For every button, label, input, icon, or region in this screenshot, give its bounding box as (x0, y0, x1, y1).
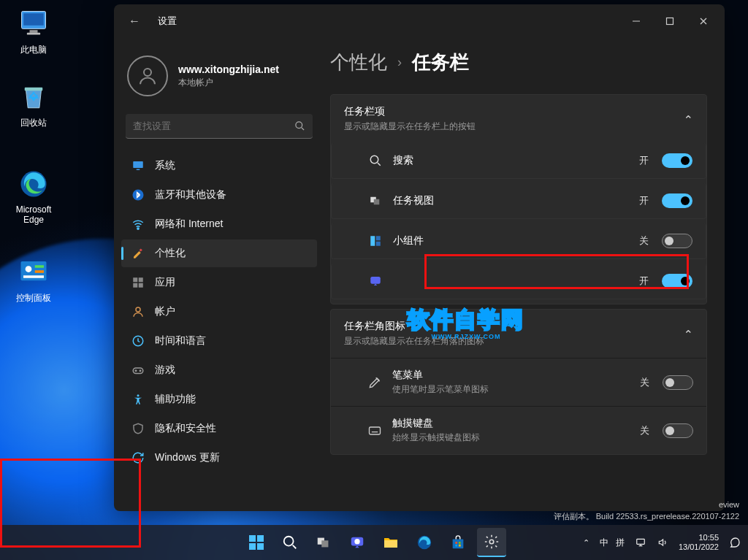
svg-rect-38 (257, 535, 264, 542)
svg-rect-37 (249, 535, 256, 542)
setting-row-taskview: 任务视图开 (331, 183, 706, 219)
sidebar-item-label: 游戏 (155, 364, 175, 377)
taskview-icon (368, 193, 383, 208)
svg-rect-20 (133, 277, 137, 282)
toggle-chat[interactable] (662, 274, 692, 288)
sidebar-item-apps[interactable]: 应用 (121, 269, 317, 296)
network-tray-icon[interactable] (635, 537, 646, 548)
toggle-pen[interactable] (663, 375, 693, 390)
toggle-state: 开 (639, 154, 649, 167)
breadcrumb-current: 任务栏 (412, 50, 469, 75)
desktop-icon-recycle-bin[interactable]: 回收站 (6, 80, 61, 129)
edge-icon (18, 168, 50, 200)
nav: 系统蓝牙和其他设备网络和 Internet个性化应用帐户时间和语言游戏辅助功能隐… (121, 152, 317, 472)
user-block[interactable]: www.xitongzhijia.net 本地帐户 (121, 50, 317, 114)
maximize-button[interactable] (653, 7, 687, 36)
accessibility-icon (131, 393, 145, 406)
personalize-icon (131, 247, 145, 260)
search-icon (294, 120, 305, 131)
ime-lang[interactable]: 中 (600, 537, 608, 549)
sidebar-item-label: 帐户 (155, 305, 175, 318)
search-box[interactable] (126, 114, 313, 139)
search-input[interactable] (133, 120, 294, 131)
svg-rect-26 (133, 368, 143, 374)
time-icon (131, 334, 145, 348)
breadcrumb-parent[interactable]: 个性化 (330, 50, 387, 75)
back-button[interactable]: ← (124, 11, 145, 31)
sidebar-item-label: Windows 更新 (155, 451, 220, 464)
pen-icon (367, 375, 382, 390)
sidebar-item-label: 辅助功能 (155, 393, 196, 406)
section-header[interactable]: 任务栏项 显示或隐藏显示在任务栏上的按钮 ⌄ (331, 95, 706, 143)
sidebar-item-network[interactable]: 网络和 Internet (121, 210, 317, 238)
toggle-state: 关 (639, 234, 649, 248)
settings-taskbar[interactable] (477, 528, 506, 557)
svg-rect-35 (370, 277, 381, 284)
chat-icon (368, 274, 383, 288)
user-name: www.xitongzhijia.net (178, 64, 279, 75)
ime-mode[interactable]: 拼 (616, 537, 625, 549)
chat-taskbar[interactable] (343, 528, 372, 557)
edge-taskbar[interactable] (410, 528, 439, 557)
desktop-icon-control-panel[interactable]: 控制面板 (6, 256, 61, 304)
section-header[interactable]: 任务栏角图标 显示或隐藏显示在任务栏角落的图标 ⌄ (331, 310, 706, 358)
toggle-state: 开 (639, 275, 649, 288)
store-taskbar[interactable] (443, 528, 473, 557)
chevron-up-icon: ⌄ (684, 327, 693, 341)
minimize-button[interactable] (619, 7, 653, 36)
accounts-icon (131, 305, 145, 318)
toggle-touchkbd[interactable] (663, 423, 693, 438)
apps-icon (131, 276, 145, 289)
monitor-icon (18, 7, 50, 39)
svg-rect-15 (133, 161, 143, 168)
titlebar[interactable]: ← 设置 (114, 4, 725, 38)
desktop-icon-this-pc[interactable]: 此电脑 (6, 7, 61, 56)
start-button[interactable] (242, 528, 271, 557)
svg-point-41 (284, 537, 294, 546)
section-subtitle: 显示或隐藏显示在任务栏角落的图标 (344, 335, 484, 348)
sidebar-item-accessibility[interactable]: 辅助功能 (121, 386, 317, 413)
svg-rect-31 (374, 199, 380, 205)
svg-rect-23 (139, 283, 143, 288)
volume-tray-icon[interactable] (657, 537, 668, 548)
sidebar-item-update[interactable]: Windows 更新 (121, 444, 317, 472)
chevron-right-icon: › (397, 55, 402, 70)
svg-rect-8 (35, 265, 44, 268)
svg-rect-54 (637, 539, 645, 544)
sidebar-item-system[interactable]: 系统 (121, 152, 317, 180)
search-icon (368, 153, 383, 168)
search-taskbar[interactable] (275, 528, 305, 557)
notifications-tray-icon[interactable] (729, 537, 741, 548)
svg-rect-39 (249, 543, 256, 550)
sidebar-item-privacy[interactable]: 隐私和安全性 (121, 415, 317, 442)
svg-point-18 (137, 228, 139, 229)
chevron-up-icon: ⌄ (684, 112, 693, 126)
section-taskbar-items: 任务栏项 显示或隐藏显示在任务栏上的按钮 ⌄ 搜索开任务视图开小组件关开 (330, 94, 707, 304)
close-button[interactable] (687, 7, 720, 36)
taskbar[interactable]: ⌃ 中拼 10:5513/01/2022 (0, 525, 748, 560)
svg-rect-4 (25, 88, 43, 91)
clock[interactable]: 10:5513/01/2022 (679, 533, 719, 552)
touchkbd-icon (367, 423, 382, 438)
toggle-search[interactable] (662, 153, 692, 168)
svg-point-28 (137, 394, 140, 396)
update-icon (131, 451, 145, 464)
tray-chevron-icon[interactable]: ⌃ (583, 538, 589, 548)
row-label: 笔菜单 (392, 369, 489, 382)
toggle-widgets[interactable] (662, 234, 692, 248)
svg-rect-40 (257, 543, 264, 550)
explorer-taskbar[interactable] (376, 528, 405, 557)
sidebar-item-gaming[interactable]: 游戏 (121, 356, 317, 384)
sidebar-item-time[interactable]: 时间和语言 (121, 327, 317, 355)
sidebar-item-personalize[interactable]: 个性化 (121, 239, 317, 267)
desktop-icon-edge[interactable]: Microsoft Edge (6, 168, 61, 225)
setting-row-widgets: 小组件关 (331, 223, 706, 259)
svg-rect-16 (137, 169, 140, 171)
sidebar-item-accounts[interactable]: 帐户 (121, 298, 317, 326)
svg-rect-33 (376, 236, 381, 240)
toggle-taskview[interactable] (662, 193, 692, 208)
taskview-taskbar[interactable] (309, 528, 338, 557)
svg-point-24 (136, 307, 140, 312)
system-tray[interactable]: ⌃ 中拼 10:5513/01/2022 (583, 533, 748, 552)
sidebar-item-bluetooth[interactable]: 蓝牙和其他设备 (121, 181, 317, 209)
